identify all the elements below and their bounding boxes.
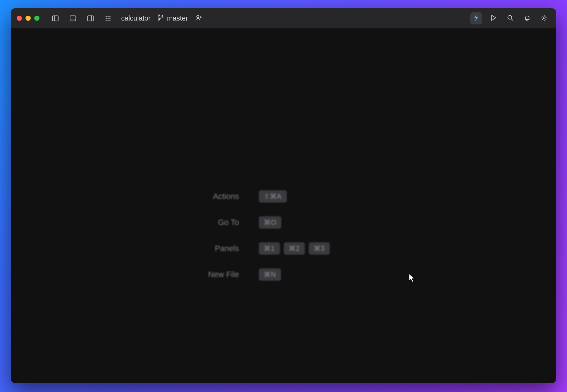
keycap: ⌘1 <box>259 242 280 255</box>
titlebar-right-icons <box>470 12 550 24</box>
shortcut-keys-goto: ⌘O <box>259 216 330 229</box>
svg-line-23 <box>511 19 513 21</box>
run-button[interactable] <box>487 12 499 24</box>
svg-point-6 <box>106 16 107 17</box>
gear-icon <box>540 14 548 23</box>
bolt-icon <box>472 14 480 23</box>
shortcut-keys-newfile: ⌘N <box>259 268 330 281</box>
add-user-icon <box>195 14 203 23</box>
minimize-window-button[interactable] <box>25 16 31 21</box>
keycap: ⌘3 <box>309 242 330 255</box>
shortcut-keys-actions: ⇧⌘A <box>259 190 330 203</box>
svg-point-24 <box>543 17 545 19</box>
svg-point-15 <box>158 15 160 16</box>
notifications-button[interactable] <box>521 12 533 24</box>
search-button[interactable] <box>504 12 516 24</box>
branch-name: master <box>167 14 188 22</box>
git-branch-selector[interactable]: master <box>157 14 188 23</box>
svg-point-11 <box>109 18 110 19</box>
shortcut-label-goto: Go To <box>218 218 239 227</box>
keycap: ⌘N <box>259 268 281 281</box>
shortcut-label-newfile: New File <box>208 270 239 279</box>
fullscreen-window-button[interactable] <box>34 16 39 21</box>
svg-point-16 <box>158 19 160 20</box>
close-window-button[interactable] <box>17 16 22 21</box>
svg-point-10 <box>107 18 109 19</box>
mouse-cursor-icon <box>409 273 416 283</box>
editor-empty-state: Actions ⇧⌘A Go To ⌘O Panels ⌘1 ⌘2 ⌘3 New… <box>11 29 556 383</box>
svg-rect-0 <box>53 16 58 21</box>
settings-button[interactable] <box>538 12 550 24</box>
svg-marker-21 <box>492 15 496 20</box>
svg-point-22 <box>508 15 512 19</box>
search-icon <box>506 14 514 23</box>
keycap: ⇧⌘A <box>259 190 287 203</box>
panel-toggle-group <box>49 12 114 24</box>
keycap: ⌘O <box>259 216 281 229</box>
svg-point-8 <box>109 16 110 17</box>
svg-rect-2 <box>70 16 76 21</box>
titlebar: calculator master <box>11 8 556 29</box>
project-name[interactable]: calculator <box>121 14 151 22</box>
svg-point-14 <box>109 20 110 21</box>
desktop-background: calculator master <box>0 0 567 392</box>
svg-point-9 <box>106 18 107 19</box>
panel-right-icon[interactable] <box>84 12 97 24</box>
apps-grid-icon[interactable] <box>102 12 114 24</box>
bell-icon <box>523 14 531 23</box>
svg-point-12 <box>106 20 107 21</box>
keycap: ⌘2 <box>284 242 305 255</box>
ai-bolt-button[interactable] <box>470 12 482 24</box>
svg-rect-4 <box>88 16 93 21</box>
git-branch-icon <box>157 14 164 23</box>
window-traffic-lights <box>17 16 39 21</box>
panel-bottom-icon[interactable] <box>67 12 79 24</box>
svg-point-7 <box>107 16 109 17</box>
add-collaborator-button[interactable] <box>195 14 203 23</box>
svg-point-17 <box>162 15 163 17</box>
play-icon <box>489 14 497 23</box>
shortcut-label-panels: Panels <box>215 244 239 253</box>
panel-left-icon[interactable] <box>49 12 61 24</box>
shortcut-hints: Actions ⇧⌘A Go To ⌘O Panels ⌘1 ⌘2 ⌘3 New… <box>208 190 330 281</box>
svg-point-18 <box>197 15 199 18</box>
svg-point-13 <box>107 20 109 21</box>
ide-window: calculator master <box>11 8 556 383</box>
shortcut-keys-panels: ⌘1 ⌘2 ⌘3 <box>259 242 330 255</box>
shortcut-label-actions: Actions <box>213 192 239 201</box>
